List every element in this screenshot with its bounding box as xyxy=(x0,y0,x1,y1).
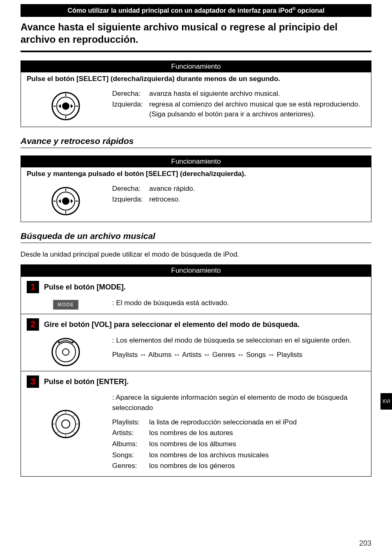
operation-description: Derecha: avance rápido. Izquierda: retro… xyxy=(112,184,365,205)
direction-right-label: Derecha: xyxy=(112,184,149,194)
item-val: los nombres de los archivos musicales xyxy=(149,450,365,461)
operation-header: Funcionamiento xyxy=(21,156,371,167)
step-desc-sequence: Playlists ↔ Albums ↔ Artists ↔ Genres ↔ … xyxy=(112,350,365,360)
svg-point-2 xyxy=(62,102,69,110)
operation-box-ffrw: Funcionamiento Pulse y mantenga pulsado … xyxy=(21,155,371,222)
operation-body: Derecha: avance rápido. Izquierda: retro… xyxy=(21,181,371,222)
vol-knob-icon xyxy=(27,336,105,367)
direction-left-label: Izquierda: xyxy=(112,195,149,204)
step-title: Gire el botón [VOL] para seleccionar el … xyxy=(44,320,300,329)
item-val: los nombres de los álbumes xyxy=(149,439,365,449)
page-title: Avance hasta el siguiente archivo musica… xyxy=(21,19,371,52)
svg-point-9 xyxy=(62,197,69,205)
svg-point-18 xyxy=(56,414,76,434)
step-number: 1 xyxy=(27,281,39,293)
select-knob-icon xyxy=(27,89,105,121)
section-fastforward-title: Avance y retroceso rápidos xyxy=(21,136,371,148)
item-key: Songs: xyxy=(112,450,149,461)
mode-button-icon: MODE xyxy=(27,298,105,310)
operation-instruction: Pulse el botón [SELECT] (derecha/izquier… xyxy=(21,72,371,86)
step-description: : Aparece la siguiente información según… xyxy=(112,393,365,472)
svg-line-26 xyxy=(73,415,75,417)
banner-text-pre: Cómo utilizar la unidad principal con un… xyxy=(67,7,293,14)
item-key: Albums: xyxy=(112,439,149,449)
svg-line-25 xyxy=(73,431,75,433)
operation-header: Funcionamiento xyxy=(21,61,371,72)
step-3: 3 Pulse el botón [ENTER]. xyxy=(21,371,371,476)
mode-button-label: MODE xyxy=(53,300,78,310)
operation-description: Derecha: avanza hasta el siguiente archi… xyxy=(112,89,365,120)
step-2: 2 Gire el botón [VOL] para seleccionar e… xyxy=(21,314,371,371)
search-items-list: Playlists:la lista de reproducción selec… xyxy=(112,417,365,471)
step-title: Pulse el botón [MODE]. xyxy=(44,283,126,292)
direction-right-text: avanza hasta el siguiente archivo musica… xyxy=(149,89,365,99)
page-number: 203 xyxy=(359,539,371,548)
item-val: los nombres de los géneros xyxy=(149,461,365,471)
operation-instruction: Pulse y mantenga pulsado el botón [SELEC… xyxy=(21,167,371,181)
svg-point-19 xyxy=(62,420,70,428)
operation-body: Derecha: avanza hasta el siguiente archi… xyxy=(21,86,371,127)
item-key: Artists: xyxy=(112,428,149,438)
page-content: Cómo utilizar la unidad principal con un… xyxy=(0,4,392,477)
section-search-intro: Desde la unidad principal puede utilizar… xyxy=(21,250,371,259)
section-search-title: Búsqueda de un archivo musical xyxy=(21,231,371,243)
item-val: la lista de reproducción seleccionada en… xyxy=(149,417,365,428)
direction-left-text: retroceso. xyxy=(149,195,365,204)
step-desc-intro: : Aparece la siguiente información según… xyxy=(112,393,365,413)
svg-point-15 xyxy=(56,342,76,362)
step-title: Pulse el botón [ENTER]. xyxy=(44,378,129,386)
step-desc-line1: : Los elementos del modo de búsqueda se … xyxy=(112,336,365,346)
item-val: los nombres de los autores xyxy=(149,428,365,438)
direction-left-label: Izquierda: xyxy=(112,100,149,119)
enter-knob-icon xyxy=(27,393,105,439)
item-key: Genres: xyxy=(112,461,149,471)
svg-point-16 xyxy=(62,349,69,355)
banner-text-post: opcional xyxy=(295,7,324,14)
chapter-tab: XVI xyxy=(380,393,392,410)
step-number: 2 xyxy=(27,318,39,331)
operation-box-search: Funcionamiento 1 Pulse el botón [MODE]. … xyxy=(21,264,371,476)
select-knob-icon xyxy=(27,184,105,216)
step-number: 3 xyxy=(27,375,39,388)
chapter-banner: Cómo utilizar la unidad principal con un… xyxy=(21,4,371,17)
direction-right-text: avance rápido. xyxy=(149,184,365,194)
svg-line-24 xyxy=(57,415,58,417)
operation-header: Funcionamiento xyxy=(21,265,371,276)
step-1: 1 Pulse el botón [MODE]. MODE : El modo … xyxy=(21,276,371,314)
direction-left-text: regresa al comienzo del archivo musical … xyxy=(149,100,365,119)
item-key: Playlists: xyxy=(112,417,149,428)
step-description: : Los elementos del modo de búsqueda se … xyxy=(112,336,365,360)
svg-line-27 xyxy=(57,431,58,433)
operation-box-skip: Funcionamiento Pulse el botón [SELECT] (… xyxy=(21,60,371,127)
direction-right-label: Derecha: xyxy=(112,89,149,99)
step-description: : El modo de búsqueda está activado. xyxy=(112,298,365,308)
